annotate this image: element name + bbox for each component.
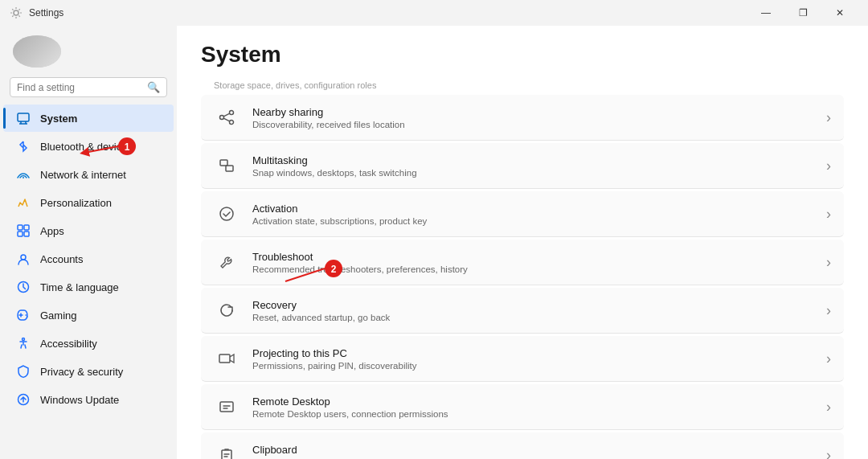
app-body: 🔍 SystemBluetooth & devicesNetwork & int… [0, 26, 868, 459]
settings-item-desc: Permissions, pairing PIN, discoverabilit… [252, 361, 813, 371]
svg-rect-22 [219, 354, 230, 363]
projecting-icon [214, 346, 240, 371]
settings-item-desc: Remote Desktop users, connection permiss… [252, 409, 813, 419]
sidebar-item-privacy[interactable]: Privacy & security [3, 358, 174, 385]
settings-item-text: Remote DesktopRemote Desktop users, conn… [252, 395, 813, 419]
accessibility-icon [16, 336, 31, 350]
privacy-icon [16, 364, 31, 379]
sidebar-item-label: Time & language [40, 281, 119, 293]
system-icon [16, 111, 31, 125]
settings-item-desc: Recommended troubleshooters, preferences… [252, 264, 813, 274]
content-area: System Storage space, drives, configurat… [177, 26, 868, 459]
settings-item-text: Nearby sharingDiscoverability, received … [252, 106, 813, 129]
svg-line-17 [223, 113, 229, 117]
sidebar-item-accounts[interactable]: Accounts [3, 245, 174, 273]
chevron-right-icon: › [826, 158, 831, 174]
avatar [13, 35, 61, 68]
search-box[interactable]: 🔍 [10, 77, 167, 97]
chevron-right-icon: › [826, 206, 831, 223]
svg-point-5 [23, 177, 24, 178]
sidebar-item-personalization[interactable]: Personalization [3, 189, 174, 216]
titlebar-controls: — ❐ ✕ [747, 0, 858, 26]
titlebar-title: Settings [29, 7, 741, 18]
svg-rect-23 [220, 402, 233, 412]
recovery-icon [214, 297, 240, 323]
settings-item-title: Projecting to this PC [252, 347, 813, 359]
svg-line-18 [223, 118, 229, 121]
sidebar-item-bluetooth[interactable]: Bluetooth & devices [3, 133, 174, 160]
settings-item-title: Nearby sharing [252, 106, 813, 118]
svg-rect-7 [24, 225, 29, 230]
chevron-right-icon: › [826, 302, 831, 319]
sidebar-item-accessibility[interactable]: Accessibility [3, 330, 174, 357]
settings-item-troubleshoot[interactable]: TroubleshootRecommended troubleshooters,… [201, 240, 844, 285]
settings-item-nearby-sharing[interactable]: Nearby sharingDiscoverability, received … [201, 95, 844, 141]
sidebar-item-label: System [40, 113, 77, 125]
titlebar: Settings — ❐ ✕ [0, 0, 868, 26]
apps-icon [16, 223, 31, 238]
gaming-icon [16, 308, 31, 322]
settings-item-title: Clipboard [252, 444, 813, 456]
multitasking-icon [214, 153, 240, 178]
activation-icon [214, 201, 240, 227]
settings-item-desc: Activation state, subscriptions, product… [252, 216, 813, 226]
troubleshoot-icon [214, 249, 240, 275]
sidebar-item-time[interactable]: Time & language [3, 273, 174, 301]
sidebar-item-label: Accounts [40, 253, 83, 265]
settings-item-recovery[interactable]: RecoveryReset, advanced startup, go back… [201, 288, 844, 334]
settings-item-multitasking[interactable]: MultitaskingSnap windows, desktops, task… [201, 143, 844, 189]
sidebar-item-system[interactable]: System [3, 105, 174, 132]
accounts-icon [16, 252, 31, 266]
chevron-right-icon: › [826, 109, 831, 126]
settings-item-text: RecoveryReset, advanced startup, go back [252, 299, 813, 322]
settings-item-title: Recovery [252, 299, 813, 311]
nav-list: SystemBluetooth & devicesNetwork & inter… [0, 104, 177, 414]
svg-point-14 [230, 111, 234, 115]
svg-point-21 [220, 207, 233, 220]
chevron-right-icon: › [826, 254, 831, 271]
sidebar-item-label: Privacy & security [40, 366, 123, 378]
svg-point-12 [23, 338, 25, 341]
svg-rect-9 [24, 232, 29, 236]
sidebar-item-apps[interactable]: Apps [3, 217, 174, 244]
settings-item-title: Remote Desktop [252, 395, 813, 408]
personalization-icon [16, 195, 31, 210]
settings-item-title: Multitasking [252, 154, 813, 166]
sidebar-item-label: Accessibility [40, 338, 97, 350]
sidebar-item-label: Bluetooth & devices [40, 141, 133, 153]
settings-item-projecting[interactable]: Projecting to this PCPermissions, pairin… [201, 336, 844, 382]
svg-rect-19 [220, 160, 227, 166]
scroll-hint: Storage space, drives, configuration rol… [201, 80, 844, 90]
sidebar-item-network[interactable]: Network & internet [3, 161, 174, 188]
close-button[interactable]: ✕ [821, 0, 858, 26]
sidebar-item-gaming[interactable]: Gaming [3, 301, 174, 329]
svg-rect-6 [18, 225, 23, 230]
svg-point-10 [21, 255, 26, 260]
sidebar-item-label: Personalization [40, 197, 112, 209]
settings-item-text: TroubleshootRecommended troubleshooters,… [252, 251, 813, 274]
restore-button[interactable]: ❐ [784, 0, 821, 26]
settings-list: Nearby sharingDiscoverability, received … [201, 95, 844, 459]
remote-desktop-icon [214, 394, 240, 420]
settings-item-text: Projecting to this PCPermissions, pairin… [252, 347, 813, 371]
time-icon [16, 280, 31, 294]
sidebar-item-windows-update[interactable]: Windows Update [3, 386, 174, 413]
search-input[interactable] [17, 82, 142, 93]
settings-icon [10, 6, 23, 19]
svg-rect-1 [18, 113, 29, 121]
chevron-right-icon: › [826, 350, 831, 367]
update-icon [16, 392, 31, 407]
bluetooth-icon [16, 139, 31, 154]
settings-item-remote-desktop[interactable]: Remote DesktopRemote Desktop users, conn… [201, 384, 844, 430]
svg-point-0 [14, 10, 18, 15]
nearby-sharing-icon [214, 105, 240, 130]
svg-rect-8 [18, 232, 23, 236]
sidebar: 🔍 SystemBluetooth & devicesNetwork & int… [0, 26, 177, 459]
sidebar-item-label: Network & internet [40, 169, 126, 181]
page-title: System [201, 42, 844, 68]
settings-item-clipboard[interactable]: ClipboardCut and copy history, sync, cle… [201, 432, 844, 459]
svg-point-15 [220, 116, 224, 120]
minimize-button[interactable]: — [747, 0, 784, 26]
search-icon: 🔍 [147, 81, 160, 93]
settings-item-activation[interactable]: ActivationActivation state, subscription… [201, 191, 844, 237]
